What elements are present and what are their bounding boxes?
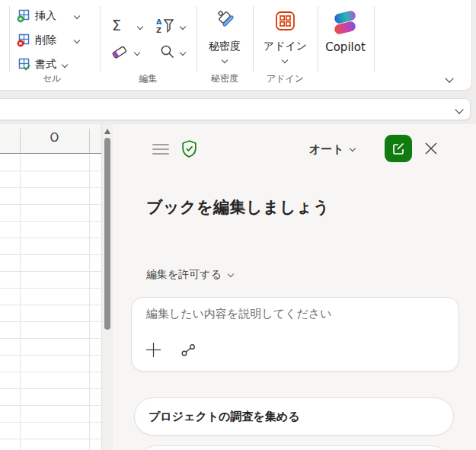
eraser-button[interactable]	[111, 43, 128, 60]
ribbon: 挿入 削除 書式 セル	[0, 0, 472, 91]
group-separator	[253, 6, 254, 72]
collapse-ribbon-chevron-icon[interactable]	[445, 74, 453, 82]
close-panel-button[interactable]	[423, 142, 439, 157]
menu-icon[interactable]	[152, 144, 169, 158]
delete-label: 削除	[35, 34, 56, 47]
chevron-down-icon[interactable]	[282, 57, 288, 63]
mode-dropdown[interactable]: オート	[309, 142, 355, 157]
close-icon	[424, 142, 438, 155]
gridline	[89, 155, 90, 450]
gridline	[20, 155, 21, 450]
group-separator	[9, 6, 10, 72]
chevron-down-icon[interactable]	[180, 49, 186, 56]
group-separator	[374, 6, 375, 72]
autosum-button[interactable]: Σ	[112, 17, 121, 34]
formula-bar-collapsed	[0, 98, 471, 120]
plus-icon	[145, 342, 161, 358]
cell-grid[interactable]	[0, 155, 101, 450]
chevron-down-icon	[349, 145, 355, 152]
scroll-up-arrow-icon[interactable]	[104, 129, 110, 134]
chevron-down-icon[interactable]	[134, 49, 140, 56]
chevron-down-icon[interactable]	[137, 24, 143, 30]
addins-icon	[275, 11, 296, 31]
cells-group-label: セル	[17, 72, 87, 85]
suggestion-label: プロジェクトの調査を集める	[149, 410, 300, 424]
connector-icon	[180, 343, 197, 357]
chevron-down-icon[interactable]	[222, 57, 228, 63]
copilot-button[interactable]: Copilot	[318, 40, 373, 54]
chevron-down-icon	[228, 270, 234, 276]
format-label: 書式	[35, 58, 56, 72]
excel-window: 挿入 削除 書式 セル	[0, 0, 476, 450]
sensitivity-group-label: 秘密度	[196, 72, 253, 85]
delete-cells-button[interactable]: 削除	[17, 32, 87, 49]
mode-label: オート	[309, 142, 344, 157]
allow-editing-label: 編集を許可する	[146, 268, 222, 282]
format-cells-button[interactable]: 書式	[17, 56, 87, 73]
compose-icon	[391, 141, 406, 156]
group-separator	[196, 6, 197, 72]
allow-editing-dropdown[interactable]: 編集を許可する	[146, 268, 233, 282]
column-divider	[89, 129, 90, 153]
vertical-scrollbar[interactable]	[101, 124, 113, 450]
addins-group-label: アドイン	[253, 72, 318, 85]
add-content-button[interactable]	[145, 342, 161, 360]
sort-filter-button[interactable]: A Z	[156, 18, 174, 34]
spreadsheet-area: O	[0, 124, 101, 450]
column-header-o[interactable]: O	[20, 131, 89, 145]
edit-group-label: 編集	[100, 72, 196, 85]
suggestion-pill[interactable]: プロジェクトの調査を集める	[134, 397, 454, 436]
connections-button[interactable]	[180, 343, 197, 359]
column-header-row[interactable]: O	[0, 124, 101, 154]
delete-cells-icon	[17, 34, 30, 47]
scrollbar-thumb[interactable]	[104, 138, 110, 330]
chevron-down-icon	[74, 13, 80, 19]
addins-button[interactable]: アドイン	[253, 40, 318, 53]
insert-cells-icon	[17, 9, 30, 23]
shield-check-icon[interactable]	[180, 139, 199, 158]
prompt-input-card	[131, 297, 459, 372]
new-chat-button[interactable]	[385, 135, 412, 162]
prompt-input[interactable]	[146, 307, 443, 342]
panel-title: ブックを編集しましょう	[146, 196, 330, 218]
copilot-panel: オート ブックを編集しましょう 編集を許可する	[113, 124, 476, 450]
format-cells-icon	[17, 58, 30, 72]
copilot-logo-icon	[332, 10, 358, 36]
find-button[interactable]	[160, 44, 175, 59]
group-separator	[318, 6, 318, 72]
sensitivity-icon	[215, 8, 236, 29]
chevron-down-icon	[74, 37, 80, 43]
group-separator	[100, 6, 101, 72]
chevron-down-icon	[62, 62, 68, 68]
sensitivity-button[interactable]: 秘密度	[196, 40, 253, 53]
insert-label: 挿入	[35, 9, 56, 23]
chevron-down-icon[interactable]	[180, 24, 186, 30]
svg-text:A: A	[156, 18, 162, 26]
insert-cells-button[interactable]: 挿入	[17, 8, 87, 24]
suggestion-pill-partial[interactable]	[137, 445, 451, 450]
svg-text:Z: Z	[156, 26, 161, 34]
